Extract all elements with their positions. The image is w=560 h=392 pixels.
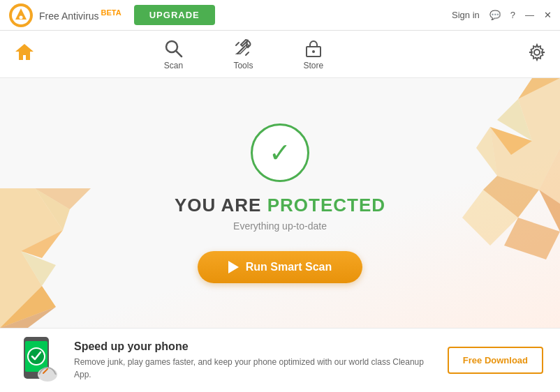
free-download-button[interactable]: Free Download [448, 347, 543, 374]
promo-text: Speed up your phone Remove junk, play ga… [74, 340, 435, 381]
svg-point-2 [20, 15, 23, 19]
svg-line-6 [246, 52, 249, 55]
status-text: YOU ARE PROTECTED [175, 195, 385, 216]
scan-label: Scan [164, 61, 183, 70]
promo-description: Remove junk, play games faster, and keep… [74, 356, 435, 381]
logo-area: Free AntivirusBETA [8, 3, 121, 28]
tools-icon [233, 38, 253, 58]
settings-icon [528, 43, 546, 61]
upgrade-button[interactable]: UPGRADE [134, 5, 215, 25]
nav-store[interactable]: Store [278, 31, 348, 77]
poly-right-decoration [420, 78, 560, 259]
signin-link[interactable]: Sign in [452, 10, 480, 20]
nav-scan[interactable]: Scan [138, 31, 208, 77]
close-button[interactable]: ✕ [544, 10, 552, 20]
promo-title: Speed up your phone [74, 340, 435, 353]
check-icon: ✓ [269, 140, 291, 166]
status-subtext: Everything up-to-date [233, 220, 327, 232]
avast-logo-icon [8, 3, 34, 28]
svg-line-5 [236, 43, 239, 45]
nav-tools[interactable]: Tools [208, 31, 278, 77]
play-icon [228, 261, 239, 273]
svg-line-4 [176, 51, 182, 56]
main-content: ✓ YOU ARE PROTECTED Everything up-to-dat… [0, 78, 560, 328]
nav-bar: Scan Tools Store [0, 31, 560, 78]
scan-button-label: Run Smart Scan [246, 261, 332, 273]
minimize-button[interactable]: — [525, 10, 534, 20]
chat-icon[interactable]: 💬 [489, 10, 501, 20]
app-name: Free AntivirusBETA [39, 8, 121, 22]
status-prefix: YOU ARE [175, 195, 267, 216]
store-label: Store [303, 61, 323, 70]
svg-marker-26 [504, 218, 560, 259]
settings-button[interactable] [528, 43, 546, 66]
status-circle: ✓ [251, 123, 309, 182]
store-icon [304, 38, 323, 58]
svg-point-9 [534, 50, 540, 55]
status-highlight: PROTECTED [267, 195, 385, 216]
nav-items: Scan Tools Store [138, 31, 348, 77]
title-bar: Free AntivirusBETA UPGRADE Sign in 💬 ? —… [0, 0, 560, 31]
scan-icon [163, 38, 183, 58]
tools-label: Tools [233, 61, 253, 70]
title-right-controls: Sign in 💬 ? — ✕ [452, 10, 552, 20]
promo-bar: Speed up your phone Remove junk, play ga… [0, 328, 560, 392]
run-smart-scan-button[interactable]: Run Smart Scan [198, 251, 363, 283]
svg-point-8 [312, 50, 315, 53]
home-button[interactable] [14, 42, 35, 66]
phone-image [17, 336, 61, 386]
help-icon[interactable]: ? [510, 10, 515, 20]
poly-left-decoration [0, 188, 126, 328]
